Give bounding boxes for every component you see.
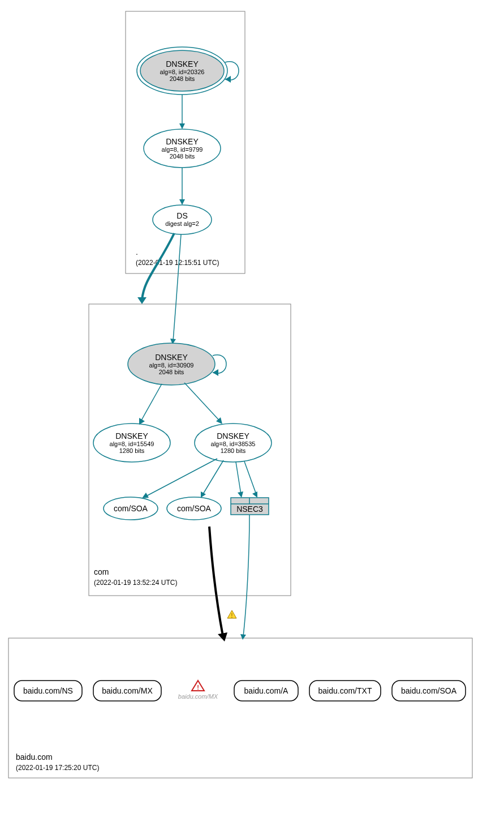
svg-text:alg=8, id=38535: alg=8, id=38535 [211, 440, 256, 447]
svg-marker-14 [179, 199, 185, 205]
baidu-a-node[interactable]: baidu.com/A [234, 681, 298, 701]
zone-baidu-ts: (2022-01-19 17:25:20 UTC) [16, 764, 99, 772]
svg-text:baidu.com/MX: baidu.com/MX [178, 693, 218, 700]
dnssec-graph: . (2022-01-19 12:15:51 UTC) DNSKEY alg=8… [0, 0, 504, 834]
svg-text:baidu.com/TXT: baidu.com/TXT [318, 686, 372, 695]
edge-nsec3-baidu [243, 515, 249, 636]
svg-text:2048 bits: 2048 bits [159, 369, 184, 375]
svg-marker-15 [137, 297, 147, 304]
com-nsec3-node[interactable]: NSEC3 [231, 498, 269, 515]
edge-zsk2-nsec3b [244, 461, 256, 494]
svg-text:baidu.com/A: baidu.com/A [244, 686, 288, 695]
zone-root-ts: (2022-01-19 12:15:51 UTC) [136, 259, 219, 267]
com-soa1-node[interactable]: com/SOA [104, 497, 158, 520]
root-zsk-node[interactable]: DNSKEY alg=8, id=9799 2048 bits [144, 129, 221, 168]
svg-text:com/SOA: com/SOA [114, 504, 148, 513]
edge-zsk2-soa2 [203, 460, 223, 495]
svg-text:!: ! [231, 613, 232, 619]
svg-text:DNSKEY: DNSKEY [115, 431, 148, 440]
svg-text:baidu.com/SOA: baidu.com/SOA [401, 686, 457, 695]
svg-text:baidu.com/MX: baidu.com/MX [102, 686, 153, 695]
com-zsk1-node[interactable]: DNSKEY alg=8, id=15549 1280 bits [93, 424, 170, 462]
svg-marker-43 [252, 491, 257, 498]
warning-icon: ! [227, 610, 236, 619]
svg-text:DNSKEY: DNSKEY [155, 353, 188, 362]
baidu-mx-node[interactable]: baidu.com/MX [93, 681, 161, 701]
svg-text:NSEC3: NSEC3 [236, 504, 263, 514]
zone-baidu-box [8, 638, 472, 778]
svg-text:digest alg=2: digest alg=2 [165, 220, 199, 227]
svg-text:alg=8, id=9799: alg=8, id=9799 [162, 146, 203, 153]
com-soa2-node[interactable]: com/SOA [167, 497, 221, 520]
svg-text:DNSKEY: DNSKEY [166, 59, 199, 69]
zone-com-label: com [94, 567, 109, 576]
svg-text:DNSKEY: DNSKEY [166, 137, 199, 146]
svg-text:alg=8, id=20326: alg=8, id=20326 [160, 69, 205, 75]
baidu-soa-node[interactable]: baidu.com/SOA [392, 681, 466, 701]
edge-com-baidu-insecure [209, 527, 223, 636]
svg-text:1280 bits: 1280 bits [119, 447, 145, 454]
svg-text:baidu.com/NS: baidu.com/NS [23, 686, 73, 695]
svg-text:2048 bits: 2048 bits [170, 153, 195, 160]
edge-zsk2-soa1 [145, 459, 217, 497]
svg-text:DS: DS [176, 211, 187, 220]
baidu-txt-node[interactable]: baidu.com/TXT [309, 681, 381, 701]
root-ds-node[interactable]: DS digest alg=2 [153, 205, 212, 234]
zone-root-label: . [136, 247, 138, 256]
svg-text:alg=8, id=30909: alg=8, id=30909 [149, 362, 194, 369]
edge-zsk2-nsec3a [236, 462, 241, 494]
svg-marker-37 [201, 491, 206, 498]
baidu-ns-node[interactable]: baidu.com/NS [14, 681, 82, 701]
svg-text:alg=8, id=15549: alg=8, id=15549 [110, 440, 154, 447]
edge-comksk-zsk1 [141, 384, 162, 421]
zone-com-ts: (2022-01-19 13:52:24 UTC) [94, 579, 177, 587]
zone-baidu-label: baidu.com [16, 752, 53, 762]
svg-marker-42 [238, 491, 243, 498]
svg-marker-10 [179, 123, 185, 129]
svg-text:1280 bits: 1280 bits [221, 447, 246, 454]
edge-comksk-zsk2 [184, 383, 220, 421]
svg-marker-44 [218, 632, 227, 641]
edge-ds-comksk-thick [142, 233, 174, 301]
baidu-mx-error-node[interactable]: ! baidu.com/MX [178, 681, 218, 700]
com-zsk2-node[interactable]: DNSKEY alg=8, id=38535 1280 bits [195, 424, 272, 462]
svg-text:!: ! [197, 684, 199, 691]
root-ksk-node[interactable]: DNSKEY alg=8, id=20326 2048 bits [137, 47, 227, 95]
svg-text:DNSKEY: DNSKEY [217, 431, 249, 440]
svg-text:2048 bits: 2048 bits [170, 75, 195, 82]
svg-marker-45 [240, 634, 246, 640]
svg-text:com/SOA: com/SOA [177, 504, 212, 513]
com-ksk-node[interactable]: DNSKEY alg=8, id=30909 2048 bits [128, 343, 215, 385]
edge-ds-comksk [173, 234, 181, 341]
